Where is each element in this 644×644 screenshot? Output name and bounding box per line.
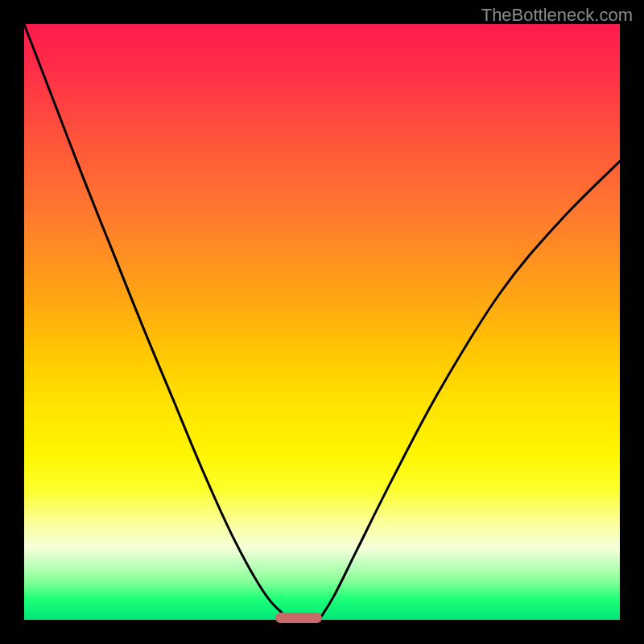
watermark-text: TheBottleneck.com [481,5,633,26]
chart-curves [24,24,620,620]
curve-left-branch [24,24,297,620]
chart-frame [24,24,620,620]
curve-right-branch [319,161,620,620]
bottleneck-marker [275,613,322,623]
